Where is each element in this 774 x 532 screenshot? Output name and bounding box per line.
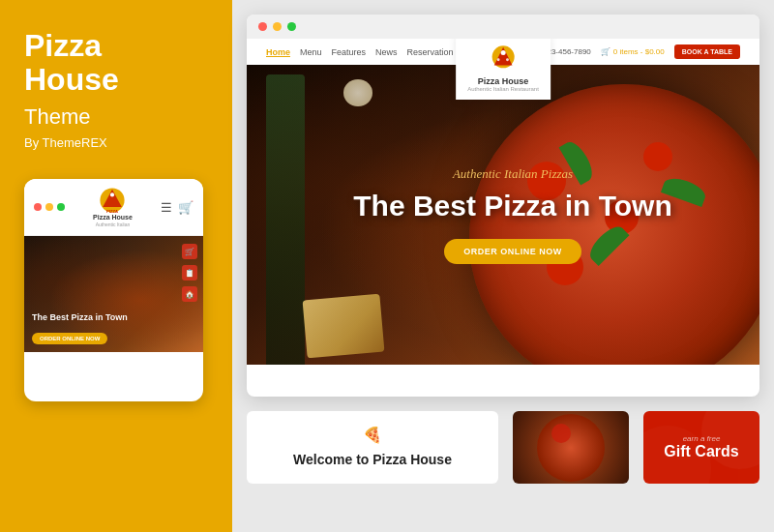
gift-card-bg-decor — [643, 411, 759, 484]
app-title-text: Pizza House — [24, 28, 119, 97]
mobile-hero: The Best Pizza in Town ORDER ONLINE NOW … — [24, 236, 203, 352]
bottom-section: 🍕 Welcome to Pizza House earn a free Gif… — [247, 411, 759, 484]
food-thumbnail — [513, 411, 629, 484]
mobile-top-bar: PIZZA Pizza House Authentic Italian ☰ 🛒 — [24, 179, 203, 236]
bottle-decor — [266, 74, 305, 365]
hamburger-icon[interactable]: ☰ — [161, 200, 172, 215]
site-header: Home Menu Features News Reservation Cont… — [247, 39, 759, 65]
nav-reservation[interactable]: Reservation — [407, 47, 454, 57]
mobile-order-button[interactable]: ORDER ONLINE NOW — [32, 333, 107, 344]
food-thumb-bg — [513, 411, 629, 484]
nav-menu[interactable]: Menu — [300, 47, 322, 57]
mobile-hero-content: The Best Pizza in Town ORDER ONLINE NOW — [32, 312, 195, 344]
hero-title: The Best Pizza in Town — [353, 190, 671, 222]
site-logo-icon — [486, 42, 521, 76]
site-header-right: 123-456-7890 🛒 0 items - $0.00 BOOK A TA… — [543, 44, 740, 59]
app-subtitle: Theme — [24, 104, 208, 130]
side-icon-1[interactable]: 🛒 — [182, 244, 197, 259]
right-panel: Home Menu Features News Reservation Cont… — [232, 0, 774, 532]
mobile-mockup: PIZZA Pizza House Authentic Italian ☰ 🛒 … — [24, 179, 203, 401]
nav-news[interactable]: News — [375, 47, 398, 57]
side-icon-3[interactable]: 🏠 — [182, 286, 197, 302]
svg-point-5 — [497, 58, 500, 61]
gift-card[interactable]: earn a free Gift Cards — [643, 411, 759, 484]
hero-order-button[interactable]: ORDER ONLINE NOW — [444, 239, 581, 264]
site-logo: Pizza House Authentic Italian Restaurant — [456, 39, 551, 100]
mobile-dots — [34, 203, 65, 211]
welcome-title: Welcome to Pizza House — [293, 452, 452, 467]
browser-content: Home Menu Features News Reservation Cont… — [247, 39, 759, 397]
browser-mockup: Home Menu Features News Reservation Cont… — [247, 15, 759, 397]
svg-text:PIZZA: PIZZA — [106, 209, 118, 214]
site-hero: Authentic Italian Pizzas The Best Pizza … — [247, 65, 759, 365]
site-logo-name: Pizza House — [478, 76, 529, 86]
divider-pizza-icon: 🍕 — [363, 426, 382, 444]
pizza-logo-icon: PIZZA — [99, 187, 126, 214]
cart-icon: 🛒 — [601, 47, 610, 56]
browser-dot-red — [258, 22, 267, 31]
dot-yellow — [45, 203, 53, 211]
app-by: By ThemeREX — [24, 135, 208, 150]
cheese-decor — [303, 294, 385, 359]
hero-text: Authentic Italian Pizzas The Best Pizza … — [334, 166, 671, 264]
dot-red — [34, 203, 42, 211]
app-title: Pizza House — [24, 29, 208, 97]
site-logo-tagline: Authentic Italian Restaurant — [467, 86, 539, 92]
browser-bar — [247, 15, 759, 39]
svg-point-4 — [500, 50, 505, 55]
left-panel: Pizza House Theme By ThemeREX PIZZA Pizz… — [0, 0, 232, 532]
browser-dot-yellow — [273, 22, 282, 31]
food-thumb-circle — [537, 414, 605, 482]
cart-info[interactable]: 🛒 0 items - $0.00 — [601, 47, 665, 56]
side-icon-2[interactable]: 📋 — [182, 265, 197, 281]
welcome-divider: 🍕 — [355, 426, 390, 444]
welcome-section: 🍕 Welcome to Pizza House — [247, 411, 498, 484]
mobile-side-icons: 🛒 📋 🏠 — [182, 244, 197, 302]
nav-features[interactable]: Features — [332, 47, 367, 57]
cart-icon-mobile[interactable]: 🛒 — [178, 200, 194, 215]
svg-point-1 — [110, 193, 114, 197]
dot-green — [57, 203, 65, 211]
mobile-nav-icons: ☰ 🛒 — [161, 200, 194, 215]
mobile-logo: PIZZA Pizza House Authentic Italian — [93, 187, 133, 227]
browser-dot-green — [287, 22, 296, 31]
garlic-decor — [343, 79, 372, 106]
svg-point-6 — [506, 58, 509, 61]
hero-subtitle: Authentic Italian Pizzas — [353, 166, 671, 182]
mobile-hero-title: The Best Pizza in Town — [32, 312, 195, 322]
cart-amount: 0 items - $0.00 — [613, 47, 665, 56]
mobile-logo-tagline: Authentic Italian — [96, 222, 131, 227]
book-table-button[interactable]: BOOK A TABLE — [674, 44, 740, 59]
mobile-logo-text: Pizza House — [93, 214, 133, 222]
nav-home[interactable]: Home — [266, 47, 290, 57]
